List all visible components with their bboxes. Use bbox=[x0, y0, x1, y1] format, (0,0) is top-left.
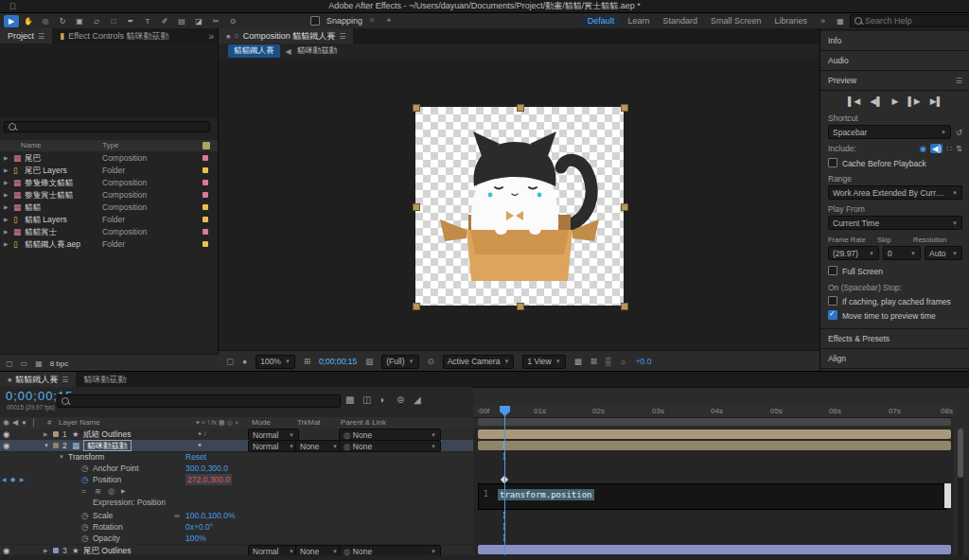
resolution-preview-dropdown[interactable]: Auto▼ bbox=[925, 246, 962, 260]
anchor-point-label[interactable]: Anchor Point bbox=[93, 463, 139, 474]
pick-whip-icon[interactable]: ◎ bbox=[344, 547, 350, 556]
selection-handle[interactable] bbox=[621, 303, 628, 310]
frame-blending-icon[interactable]: ⊜ bbox=[396, 394, 404, 405]
project-row[interactable]: ▶ ▦ 尾巴 Composition bbox=[0, 152, 218, 164]
apple-menu-icon[interactable]:  bbox=[9, 2, 16, 11]
label-chip[interactable] bbox=[203, 241, 208, 247]
range-dropdown[interactable]: Work Area Extended By Current ...▼ bbox=[828, 185, 962, 200]
workspace-small-screen[interactable]: Small Screen bbox=[705, 15, 767, 26]
exposure-icon[interactable]: ☼ bbox=[620, 357, 627, 366]
position-value[interactable]: 272.0,300.0 bbox=[185, 474, 232, 485]
rotation-value[interactable]: 0x+0.0° bbox=[185, 521, 213, 533]
time-ruler[interactable]: :00f 01s 02s 03s 04s 05s 06s 07s 08s bbox=[473, 406, 954, 418]
workspace-grid-icon[interactable]: ▦ bbox=[833, 15, 848, 27]
group-disclosure-icon[interactable]: ▼ bbox=[59, 451, 64, 463]
comp-viewer[interactable] bbox=[219, 59, 819, 350]
project-search-box[interactable] bbox=[4, 121, 210, 132]
stopwatch-icon[interactable]: ◷ bbox=[81, 510, 89, 521]
view-layout-dropdown[interactable]: 1 View▼ bbox=[522, 355, 565, 369]
layer-disclosure-icon[interactable]: ▼ bbox=[44, 440, 49, 451]
snapping-checkbox[interactable] bbox=[310, 16, 320, 26]
stopwatch-icon[interactable]: ◷ bbox=[81, 463, 89, 474]
breadcrumb-child[interactable]: 貓咪動茲動 bbox=[297, 45, 338, 57]
rotation-label[interactable]: Rotation bbox=[93, 521, 123, 533]
motion-blur-icon[interactable]: ◢ bbox=[414, 394, 421, 405]
layer3-duration-bar[interactable] bbox=[478, 545, 951, 554]
disclosure-icon[interactable]: ▶ bbox=[4, 152, 9, 164]
roi-icon[interactable]: ⊙ bbox=[428, 357, 434, 366]
expression-graph-icon[interactable]: ≋ bbox=[95, 485, 101, 497]
timeline-scrollbar-track[interactable] bbox=[958, 429, 963, 555]
expression-enable-icon[interactable]: = bbox=[81, 485, 86, 497]
disclosure-icon[interactable]: ▶ bbox=[4, 226, 9, 237]
expression-code[interactable]: transform.position bbox=[498, 489, 594, 500]
label-chip[interactable] bbox=[203, 155, 208, 161]
label-chip[interactable] bbox=[203, 229, 208, 235]
selection-handle[interactable] bbox=[413, 104, 420, 112]
show-channel-icon[interactable]: ● bbox=[242, 357, 247, 366]
label-chip[interactable] bbox=[203, 167, 208, 173]
column-parent[interactable]: Parent & Link bbox=[341, 417, 386, 429]
column-trkmat[interactable]: TrkMat bbox=[297, 417, 321, 429]
layer-label-chip[interactable] bbox=[53, 548, 59, 553]
selection-handle[interactable] bbox=[517, 104, 524, 112]
work-area-bar[interactable] bbox=[478, 418, 951, 426]
tab-effect-controls[interactable]: ▮ Effect Controls 貓咪動茲動 bbox=[52, 28, 176, 44]
previous-frame-button[interactable]: ◀▌ bbox=[870, 96, 882, 106]
snap-option-2-icon[interactable]: ⌖ bbox=[381, 15, 396, 27]
column-name[interactable]: Name bbox=[21, 141, 41, 149]
layer-name-editing[interactable]: 貓咪動茲動 bbox=[83, 440, 132, 451]
include-video-icon[interactable]: ◉ bbox=[920, 144, 926, 153]
camera-tool[interactable]: ▣ bbox=[72, 15, 87, 27]
resolution-dropdown[interactable]: (Full)▼ bbox=[381, 355, 418, 369]
comp-current-time[interactable]: 0;00;00;15 bbox=[319, 357, 357, 366]
draft-3d-icon[interactable]: ◫ bbox=[362, 394, 371, 405]
timeline-scrollbar-thumb[interactable] bbox=[958, 429, 963, 478]
disclosure-icon[interactable]: ▶ bbox=[4, 214, 9, 225]
include-overlays-icon[interactable]: ∷ bbox=[946, 144, 951, 153]
expression-editor[interactable]: 1 transform.position bbox=[478, 483, 946, 510]
magnification-dropdown[interactable]: 100%▼ bbox=[255, 355, 295, 369]
project-row[interactable]: ▶ ▦ 整隻賞士貓貓 Composition bbox=[0, 189, 218, 201]
help-search-box[interactable] bbox=[850, 14, 969, 27]
preview-panel-header[interactable]: Preview ☰ bbox=[820, 71, 969, 91]
tab-project[interactable]: Project ☰ bbox=[0, 28, 52, 44]
new-composition-icon[interactable]: ▦ bbox=[35, 359, 43, 368]
pen-tool[interactable]: ✒ bbox=[123, 15, 138, 27]
disclosure-icon[interactable]: ▶ bbox=[4, 189, 9, 201]
play-from-dropdown[interactable]: Current Time▼ bbox=[828, 216, 962, 230]
pan-behind-tool[interactable]: ▱ bbox=[89, 15, 104, 27]
project-search-input[interactable] bbox=[19, 122, 205, 131]
expression-language-menu-icon[interactable]: ▶ bbox=[121, 485, 126, 497]
disclosure-icon[interactable]: ▶ bbox=[4, 165, 9, 176]
layer-switches[interactable]: ✦ bbox=[197, 440, 203, 451]
play-button[interactable]: ▶ bbox=[892, 96, 899, 106]
tab-overflow-icon[interactable]: » bbox=[208, 31, 214, 42]
selection-handle[interactable] bbox=[413, 303, 420, 310]
project-list-header[interactable]: Name Type bbox=[0, 140, 218, 151]
pick-whip-icon[interactable]: ◎ bbox=[344, 442, 350, 451]
keyframe-toggle-icon[interactable]: ◆ bbox=[10, 474, 15, 485]
selection-handle[interactable] bbox=[621, 203, 628, 211]
audio-panel-header[interactable]: Audio bbox=[820, 51, 969, 71]
exposure-value[interactable]: +0.0 bbox=[636, 357, 652, 366]
scale-value[interactable]: 100.0,100.0% bbox=[185, 510, 235, 521]
help-search-input[interactable] bbox=[865, 16, 931, 26]
first-frame-button[interactable]: ▌◀ bbox=[848, 96, 860, 106]
hand-tool[interactable]: ✋ bbox=[21, 15, 36, 27]
selection-handle[interactable] bbox=[517, 303, 524, 310]
selection-handle[interactable] bbox=[621, 104, 628, 112]
eraser-tool[interactable]: ◪ bbox=[191, 15, 206, 27]
cache-frames-checkbox[interactable] bbox=[828, 296, 837, 306]
project-row[interactable]: ▶ ▦ 貓貓 Composition bbox=[0, 201, 218, 213]
disclosure-icon[interactable]: ▶ bbox=[4, 177, 9, 188]
expression-editor-resize-handle[interactable] bbox=[944, 483, 951, 508]
timeline-search-box[interactable] bbox=[57, 394, 341, 408]
timeline-tab-active[interactable]: ■ 貓貓鐵人賽 ☰ bbox=[0, 372, 76, 387]
move-time-row[interactable]: Move time to preview time bbox=[828, 310, 962, 321]
cache-before-playback-row[interactable]: Cache Before Playback bbox=[828, 158, 962, 168]
cache-frames-row[interactable]: If caching, play cached frames bbox=[828, 296, 962, 306]
interpret-footage-icon[interactable]: ▢ bbox=[6, 359, 13, 368]
type-tool[interactable]: T bbox=[140, 15, 155, 27]
scale-label[interactable]: Scale bbox=[93, 510, 113, 521]
